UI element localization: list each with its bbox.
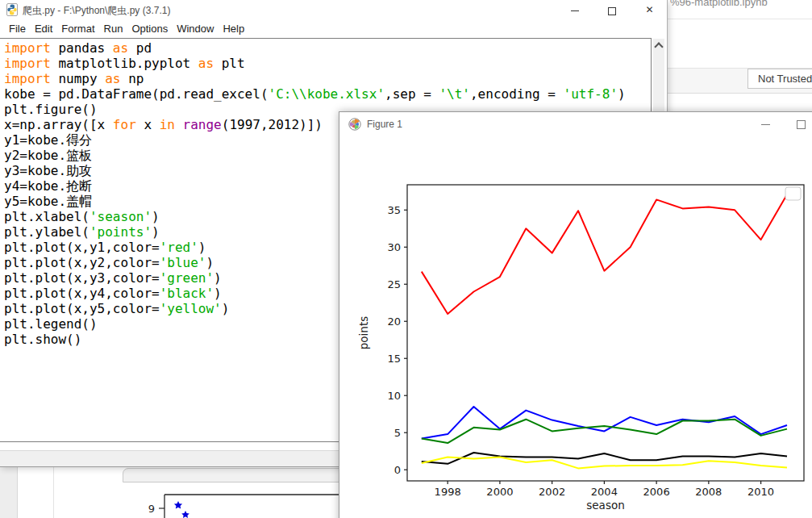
figure-window-title: Figure 1	[367, 119, 402, 130]
series-line-red	[422, 194, 787, 314]
figure-title-bar[interactable]: Figure 1	[339, 112, 812, 136]
scatter-marker	[181, 511, 189, 518]
axes-frame	[407, 185, 804, 481]
line-chart: 1998200020022004200620082010051015202530…	[339, 136, 812, 518]
y-tick-label: 35	[387, 204, 401, 216]
x-tick-label: 2000	[486, 486, 513, 498]
scatter-marker	[174, 501, 182, 509]
y-tick-label: 0	[394, 464, 401, 476]
matplotlib-icon	[348, 118, 361, 131]
code-line: import matplotlib.pyplot as plt	[4, 56, 651, 71]
minimize-button[interactable]	[556, 0, 593, 20]
notebook-cell-border	[53, 466, 54, 518]
y-tick-label: 15	[387, 353, 401, 365]
series-line-yellow	[422, 457, 787, 469]
y-tick-label: 30	[387, 241, 401, 253]
notebook-left-margin	[0, 466, 18, 518]
idle-window-title: 爬虫.py - F:\Python\爬虫.py (3.7.1)	[23, 4, 170, 18]
maximize-icon	[797, 120, 806, 129]
x-tick-label: 1998	[435, 486, 461, 498]
series-line-blue	[422, 407, 787, 439]
background-chart-fragment: 9	[121, 466, 347, 518]
y-tick-label: 25	[387, 278, 401, 290]
code-line: import pandas as pd	[4, 40, 651, 56]
figure-canvas: 1998200020022004200620082010051015202530…	[339, 136, 812, 518]
python-file-icon	[6, 3, 19, 16]
y-tick-label: 20	[387, 315, 401, 328]
minimize-icon	[571, 10, 579, 11]
scroll-up-button[interactable]	[653, 44, 664, 56]
idle-title-bar[interactable]: 爬虫.py - F:\Python\爬虫.py (3.7.1) ✕	[0, 0, 667, 20]
menu-item-options[interactable]: Options	[131, 20, 168, 35]
x-axis-label: season	[586, 499, 624, 512]
figure-minimize-button[interactable]	[752, 112, 779, 136]
minimize-icon	[761, 124, 770, 125]
x-tick-label: 2006	[643, 486, 670, 498]
menu-item-help[interactable]: Help	[223, 20, 244, 35]
empty-legend-box	[785, 187, 801, 200]
menu-item-file[interactable]: File	[9, 20, 26, 35]
menu-item-edit[interactable]: Edit	[35, 20, 52, 35]
maximize-button[interactable]	[593, 0, 630, 20]
idle-menu-bar: FileEditFormatRunOptionsWindowHelp	[0, 20, 667, 38]
scroll-up-icon	[654, 42, 663, 51]
code-line: kobe = pd.DataFrame(pd.read_excel('C:\\k…	[4, 86, 651, 102]
x-tick-label: 2008	[695, 486, 722, 498]
x-tick-label: 2010	[747, 486, 774, 498]
figure-window: Figure 1 1998200020022004200620082010051…	[339, 111, 812, 518]
menu-item-format[interactable]: Format	[61, 20, 94, 35]
maximize-icon	[608, 7, 616, 15]
figure-maximize-button[interactable]	[787, 112, 812, 136]
close-button[interactable]: ✕	[631, 0, 668, 20]
y-tick-label: 5	[394, 427, 401, 439]
x-tick-label: 2004	[591, 486, 618, 498]
menu-item-window[interactable]: Window	[177, 20, 214, 35]
y-tick-label: 10	[387, 390, 401, 402]
not-trusted-button[interactable]: Not Trusted	[747, 69, 812, 89]
close-icon: ✕	[645, 4, 653, 15]
x-tick-label: 2002	[539, 486, 565, 498]
bg-ytick-label: 9	[148, 503, 155, 515]
notebook-tab-title[interactable]: %96-matplotlib.ipynb	[670, 0, 807, 10]
desktop: %96-matplotlib.ipynb Not Trusted 9 爬虫.py…	[0, 0, 812, 518]
y-axis-label: points	[357, 316, 370, 349]
code-line: import numpy as np	[4, 71, 651, 86]
notebook-header-divider	[668, 19, 812, 19]
menu-item-run[interactable]: Run	[104, 20, 123, 35]
